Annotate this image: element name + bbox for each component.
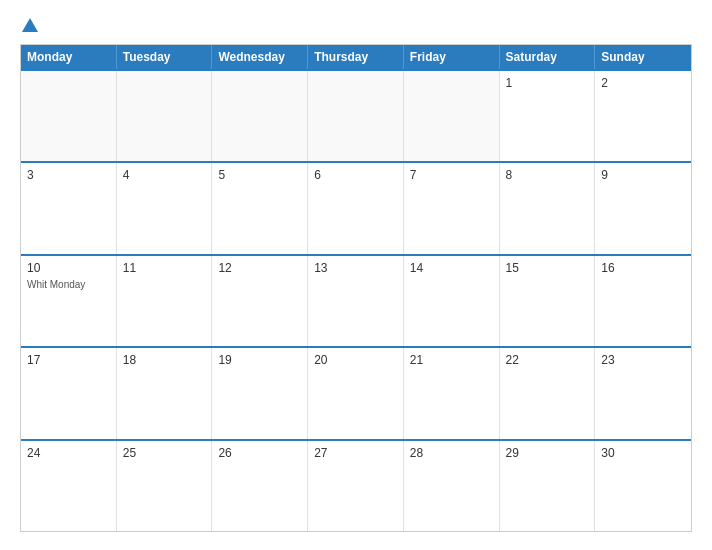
calendar-cell: 24 [21,441,117,531]
calendar-cell: 5 [212,163,308,253]
day-number: 17 [27,353,110,367]
calendar-header-day: Tuesday [117,45,213,69]
calendar-cell: 12 [212,256,308,346]
calendar-cell: 19 [212,348,308,438]
calendar-cell [308,71,404,161]
calendar-cell: 15 [500,256,596,346]
calendar-cell: 7 [404,163,500,253]
calendar-cell: 9 [595,163,691,253]
calendar-cell: 4 [117,163,213,253]
day-number: 10 [27,261,110,275]
day-number: 9 [601,168,685,182]
day-number: 6 [314,168,397,182]
day-number: 11 [123,261,206,275]
calendar-week: 17181920212223 [21,346,691,438]
calendar-cell: 30 [595,441,691,531]
calendar-week: 10Whit Monday111213141516 [21,254,691,346]
day-number: 8 [506,168,589,182]
day-number: 19 [218,353,301,367]
calendar-cell: 10Whit Monday [21,256,117,346]
calendar-cell: 16 [595,256,691,346]
day-number: 12 [218,261,301,275]
calendar: MondayTuesdayWednesdayThursdayFridaySatu… [20,44,692,532]
day-number: 20 [314,353,397,367]
logo-triangle-icon [22,18,38,32]
calendar-cell: 17 [21,348,117,438]
calendar-header-day: Thursday [308,45,404,69]
day-number: 25 [123,446,206,460]
calendar-cell: 21 [404,348,500,438]
day-number: 27 [314,446,397,460]
day-number: 16 [601,261,685,275]
calendar-cell [212,71,308,161]
day-number: 22 [506,353,589,367]
calendar-cell: 11 [117,256,213,346]
calendar-cell [117,71,213,161]
header [20,18,692,34]
calendar-cell [404,71,500,161]
calendar-cell: 1 [500,71,596,161]
day-number: 24 [27,446,110,460]
calendar-cell: 26 [212,441,308,531]
calendar-body: 12345678910Whit Monday111213141516171819… [21,69,691,531]
calendar-cell: 22 [500,348,596,438]
day-number: 3 [27,168,110,182]
calendar-cell: 14 [404,256,500,346]
calendar-cell: 27 [308,441,404,531]
calendar-week: 3456789 [21,161,691,253]
day-event: Whit Monday [27,279,110,290]
page: MondayTuesdayWednesdayThursdayFridaySatu… [0,0,712,550]
calendar-cell: 2 [595,71,691,161]
day-number: 18 [123,353,206,367]
day-number: 5 [218,168,301,182]
calendar-cell [21,71,117,161]
day-number: 15 [506,261,589,275]
day-number: 1 [506,76,589,90]
calendar-header-day: Sunday [595,45,691,69]
calendar-header-day: Friday [404,45,500,69]
day-number: 21 [410,353,493,367]
calendar-cell: 29 [500,441,596,531]
day-number: 13 [314,261,397,275]
calendar-cell: 3 [21,163,117,253]
calendar-cell: 20 [308,348,404,438]
calendar-header-day: Wednesday [212,45,308,69]
day-number: 23 [601,353,685,367]
calendar-week: 12 [21,69,691,161]
day-number: 28 [410,446,493,460]
calendar-cell: 25 [117,441,213,531]
calendar-cell: 28 [404,441,500,531]
day-number: 29 [506,446,589,460]
day-number: 30 [601,446,685,460]
calendar-cell: 6 [308,163,404,253]
calendar-cell: 8 [500,163,596,253]
day-number: 14 [410,261,493,275]
day-number: 26 [218,446,301,460]
calendar-cell: 18 [117,348,213,438]
calendar-cell: 13 [308,256,404,346]
calendar-header: MondayTuesdayWednesdayThursdayFridaySatu… [21,45,691,69]
logo [20,18,38,34]
day-number: 2 [601,76,685,90]
day-number: 4 [123,168,206,182]
calendar-header-day: Saturday [500,45,596,69]
day-number: 7 [410,168,493,182]
calendar-week: 24252627282930 [21,439,691,531]
calendar-header-day: Monday [21,45,117,69]
calendar-cell: 23 [595,348,691,438]
